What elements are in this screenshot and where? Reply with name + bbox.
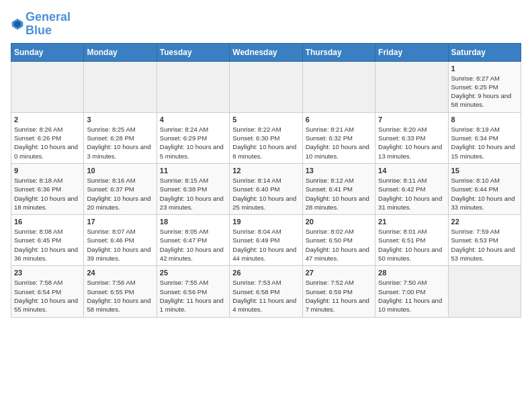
calendar-header: SundayMondayTuesdayWednesdayThursdayFrid… — [11, 43, 521, 61]
day-info: Sunrise: 7:59 AM Sunset: 6:53 PM Dayligh… — [451, 227, 518, 263]
day-info: Sunrise: 8:12 AM Sunset: 6:41 PM Dayligh… — [306, 176, 372, 212]
day-info: Sunrise: 7:55 AM Sunset: 6:56 PM Dayligh… — [160, 278, 226, 314]
day-number: 26 — [232, 269, 299, 277]
weekday-header-sunday: Sunday — [11, 43, 84, 61]
day-number: 11 — [160, 167, 226, 175]
weekday-header-tuesday: Tuesday — [157, 43, 229, 61]
calendar-cell: 15Sunrise: 8:10 AM Sunset: 6:44 PM Dayli… — [448, 163, 521, 214]
calendar-cell — [375, 61, 448, 112]
calendar-table: SundayMondayTuesdayWednesdayThursdayFrid… — [11, 43, 521, 318]
logo-text: General Blue — [26, 11, 71, 38]
day-info: Sunrise: 8:16 AM Sunset: 6:37 PM Dayligh… — [87, 176, 153, 212]
calendar-cell: 1Sunrise: 8:27 AM Sunset: 6:25 PM Daylig… — [448, 61, 521, 112]
day-info: Sunrise: 8:27 AM Sunset: 6:25 PM Dayligh… — [451, 74, 518, 109]
day-info: Sunrise: 8:08 AM Sunset: 6:45 PM Dayligh… — [14, 227, 81, 263]
logo: General Blue — [11, 11, 71, 38]
calendar-cell — [230, 61, 302, 112]
day-info: Sunrise: 7:58 AM Sunset: 6:54 PM Dayligh… — [14, 278, 81, 314]
weekday-header-thursday: Thursday — [302, 43, 375, 61]
week-row-5: 23Sunrise: 7:58 AM Sunset: 6:54 PM Dayli… — [11, 266, 521, 317]
calendar-cell: 10Sunrise: 8:16 AM Sunset: 6:37 PM Dayli… — [84, 163, 157, 214]
day-number: 16 — [14, 218, 81, 226]
day-info: Sunrise: 8:22 AM Sunset: 6:30 PM Dayligh… — [232, 125, 299, 161]
day-number: 9 — [14, 167, 81, 175]
day-number: 18 — [160, 218, 226, 226]
weekday-header-wednesday: Wednesday — [230, 43, 302, 61]
calendar-cell: 5Sunrise: 8:22 AM Sunset: 6:30 PM Daylig… — [230, 112, 302, 163]
day-info: Sunrise: 8:24 AM Sunset: 6:29 PM Dayligh… — [160, 125, 226, 161]
calendar-cell: 18Sunrise: 8:05 AM Sunset: 6:47 PM Dayli… — [157, 215, 229, 266]
day-number: 27 — [306, 269, 372, 277]
day-info: Sunrise: 7:53 AM Sunset: 6:58 PM Dayligh… — [232, 278, 299, 314]
day-info: Sunrise: 7:52 AM Sunset: 6:59 PM Dayligh… — [306, 278, 372, 314]
weekday-header-monday: Monday — [84, 43, 157, 61]
week-row-3: 9Sunrise: 8:18 AM Sunset: 6:36 PM Daylig… — [11, 163, 521, 214]
day-number: 23 — [14, 269, 81, 277]
calendar-cell: 11Sunrise: 8:15 AM Sunset: 6:38 PM Dayli… — [157, 163, 229, 214]
day-number: 3 — [87, 116, 153, 124]
day-number: 4 — [160, 116, 226, 124]
calendar-cell: 21Sunrise: 8:01 AM Sunset: 6:51 PM Dayli… — [375, 215, 448, 266]
day-number: 1 — [451, 64, 518, 73]
weekday-row: SundayMondayTuesdayWednesdayThursdayFrid… — [11, 43, 521, 61]
calendar-cell: 8Sunrise: 8:19 AM Sunset: 6:34 PM Daylig… — [448, 112, 521, 163]
calendar-cell: 22Sunrise: 7:59 AM Sunset: 6:53 PM Dayli… — [448, 215, 521, 266]
day-info: Sunrise: 8:14 AM Sunset: 6:40 PM Dayligh… — [232, 176, 299, 212]
day-info: Sunrise: 7:50 AM Sunset: 7:00 PM Dayligh… — [378, 278, 445, 314]
calendar-cell — [11, 61, 84, 112]
day-number: 21 — [378, 218, 445, 226]
calendar-cell: 28Sunrise: 7:50 AM Sunset: 7:00 PM Dayli… — [375, 266, 448, 317]
calendar-cell — [302, 61, 375, 112]
day-number: 22 — [451, 218, 518, 226]
day-info: Sunrise: 8:18 AM Sunset: 6:36 PM Dayligh… — [14, 176, 81, 212]
day-info: Sunrise: 8:01 AM Sunset: 6:51 PM Dayligh… — [378, 227, 445, 263]
day-info: Sunrise: 8:02 AM Sunset: 6:50 PM Dayligh… — [306, 227, 372, 263]
calendar-cell: 6Sunrise: 8:21 AM Sunset: 6:32 PM Daylig… — [302, 112, 375, 163]
day-info: Sunrise: 8:20 AM Sunset: 6:33 PM Dayligh… — [378, 125, 445, 161]
day-info: Sunrise: 8:15 AM Sunset: 6:38 PM Dayligh… — [160, 176, 226, 212]
day-number: 8 — [451, 116, 518, 124]
weekday-header-saturday: Saturday — [448, 43, 521, 61]
week-row-2: 2Sunrise: 8:26 AM Sunset: 6:26 PM Daylig… — [11, 112, 521, 163]
calendar-cell: 17Sunrise: 8:07 AM Sunset: 6:46 PM Dayli… — [84, 215, 157, 266]
calendar-cell: 4Sunrise: 8:24 AM Sunset: 6:29 PM Daylig… — [157, 112, 229, 163]
day-number: 12 — [232, 167, 299, 175]
day-number: 14 — [378, 167, 445, 175]
day-info: Sunrise: 8:07 AM Sunset: 6:46 PM Dayligh… — [87, 227, 153, 263]
day-info: Sunrise: 8:21 AM Sunset: 6:32 PM Dayligh… — [306, 125, 372, 161]
day-number: 20 — [306, 218, 372, 226]
day-number: 6 — [306, 116, 372, 124]
day-info: Sunrise: 8:05 AM Sunset: 6:47 PM Dayligh… — [160, 227, 226, 263]
day-info: Sunrise: 7:56 AM Sunset: 6:55 PM Dayligh… — [87, 278, 153, 314]
day-info: Sunrise: 8:26 AM Sunset: 6:26 PM Dayligh… — [14, 125, 81, 161]
logo-icon — [11, 17, 24, 31]
day-info: Sunrise: 8:04 AM Sunset: 6:49 PM Dayligh… — [232, 227, 299, 263]
weekday-header-friday: Friday — [375, 43, 448, 61]
calendar-cell: 3Sunrise: 8:25 AM Sunset: 6:28 PM Daylig… — [84, 112, 157, 163]
calendar-cell: 26Sunrise: 7:53 AM Sunset: 6:58 PM Dayli… — [230, 266, 302, 317]
calendar-cell: 9Sunrise: 8:18 AM Sunset: 6:36 PM Daylig… — [11, 163, 84, 214]
day-number: 7 — [378, 116, 445, 124]
calendar-cell — [84, 61, 157, 112]
week-row-4: 16Sunrise: 8:08 AM Sunset: 6:45 PM Dayli… — [11, 215, 521, 266]
day-number: 25 — [160, 269, 226, 277]
calendar-cell: 23Sunrise: 7:58 AM Sunset: 6:54 PM Dayli… — [11, 266, 84, 317]
day-info: Sunrise: 8:11 AM Sunset: 6:42 PM Dayligh… — [378, 176, 445, 212]
calendar-cell: 14Sunrise: 8:11 AM Sunset: 6:42 PM Dayli… — [375, 163, 448, 214]
calendar-cell: 12Sunrise: 8:14 AM Sunset: 6:40 PM Dayli… — [230, 163, 302, 214]
day-number: 19 — [232, 218, 299, 226]
day-number: 28 — [378, 269, 445, 277]
calendar-cell: 7Sunrise: 8:20 AM Sunset: 6:33 PM Daylig… — [375, 112, 448, 163]
calendar-cell — [448, 266, 521, 317]
day-info: Sunrise: 8:19 AM Sunset: 6:34 PM Dayligh… — [451, 125, 518, 161]
calendar-cell: 27Sunrise: 7:52 AM Sunset: 6:59 PM Dayli… — [302, 266, 375, 317]
day-number: 2 — [14, 116, 81, 124]
day-number: 13 — [306, 167, 372, 175]
calendar-cell: 25Sunrise: 7:55 AM Sunset: 6:56 PM Dayli… — [157, 266, 229, 317]
calendar-cell: 20Sunrise: 8:02 AM Sunset: 6:50 PM Dayli… — [302, 215, 375, 266]
week-row-1: 1Sunrise: 8:27 AM Sunset: 6:25 PM Daylig… — [11, 61, 521, 112]
calendar-cell: 24Sunrise: 7:56 AM Sunset: 6:55 PM Dayli… — [84, 266, 157, 317]
day-number: 24 — [87, 269, 153, 277]
day-number: 15 — [451, 167, 518, 175]
day-info: Sunrise: 8:10 AM Sunset: 6:44 PM Dayligh… — [451, 176, 518, 212]
